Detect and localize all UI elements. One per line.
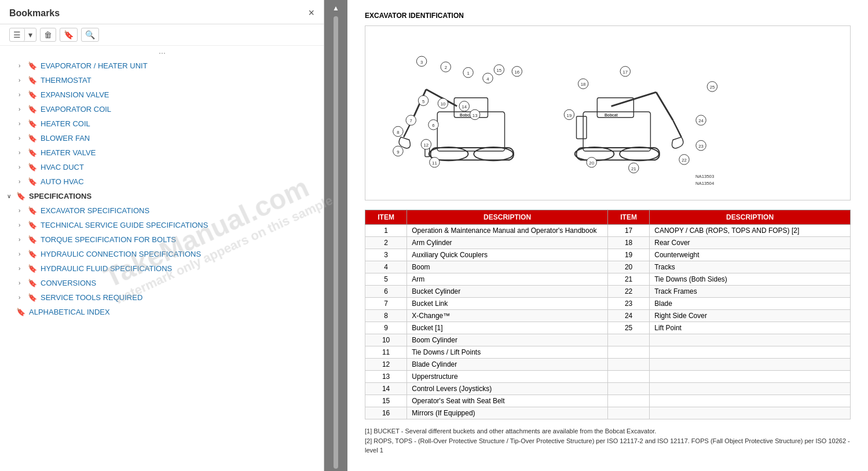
item-col-1: 12: [365, 359, 407, 371]
item-col-1: 6: [365, 286, 407, 298]
bookmark-item-heater-valve[interactable]: › 🔖 HEATER VALVE: [0, 145, 324, 160]
svg-text:4: 4: [486, 76, 489, 82]
bookmark-item-hvac-duct[interactable]: › 🔖 HVAC DUCT: [0, 160, 324, 174]
bookmark-icon: 🔖: [16, 308, 25, 316]
desc-col-2: Tie Downs (Both Sides): [650, 273, 851, 286]
table-row: 3 Auxiliary Quick Couplers 19 Counterwei…: [365, 249, 851, 261]
footnotes: [1] BUCKET - Several different buckets a…: [365, 426, 851, 455]
table-row: 9 Bucket [1] 25 Lift Point: [365, 322, 851, 334]
desc-col-1: Boom Cylinder: [407, 334, 608, 346]
expand-icon: ›: [19, 63, 28, 69]
bookmark-item-excavator-specs[interactable]: › 🔖 EXCAVATOR SPECIFICATIONS: [0, 203, 324, 218]
bookmark-item-evaporator-coil[interactable]: › 🔖 EVAPORATOR COIL: [0, 102, 324, 116]
desc-col-2: Rear Cover: [650, 237, 851, 249]
bookmark-item-hydraulic-fluid[interactable]: › 🔖 HYDRAULIC FLUID SPECIFICATIONS: [0, 261, 324, 276]
table-row: 11 Tie Downs / Lift Points: [365, 346, 851, 359]
item-col-2: 22: [607, 286, 649, 298]
item-col-2: [607, 383, 649, 395]
dropdown-arrow[interactable]: ▾: [25, 28, 36, 41]
bookmark-item-tech-service-guide[interactable]: › 🔖 TECHNICAL SERVICE GUIDE SPECIFICATIO…: [0, 218, 324, 232]
bookmark-item-hydraulic-connection[interactable]: › 🔖 HYDRAULIC CONNECTION SPECIFICATIONS: [0, 247, 324, 261]
view-button[interactable]: ☰: [10, 28, 25, 41]
bookmark-item-heater-coil[interactable]: › 🔖 HEATER COIL: [0, 116, 324, 131]
item-col-1: 10: [365, 334, 407, 346]
delete-button[interactable]: 🗑: [40, 28, 56, 42]
bookmark-item-service-tools[interactable]: › 🔖 SERVICE TOOLS REQUIRED: [0, 290, 324, 305]
expand-icon: ›: [19, 178, 28, 185]
table-row: 14 Control Levers (Joysticks): [365, 383, 851, 395]
scroll-up-indicator: ⋯: [159, 49, 166, 57]
desc-col-1: Control Levers (Joysticks): [407, 383, 608, 395]
table-row: 5 Arm 21 Tie Downs (Both Sides): [365, 273, 851, 286]
svg-text:2: 2: [445, 65, 447, 70]
desc-col-2: CANOPY / CAB (ROPS, TOPS AND FOPS) [2]: [650, 225, 851, 237]
bookmark-item-alphabetical-index[interactable]: 🔖 ALPHABETICAL INDEX: [0, 305, 324, 319]
bookmark-item-expansion-valve[interactable]: › 🔖 EXPANSION VALVE: [0, 87, 324, 102]
table-row: 12 Blade Cylinder: [365, 359, 851, 371]
svg-line-48: [656, 92, 673, 120]
bookmark-icon: 🔖: [28, 119, 37, 128]
bookmark-item-conversions[interactable]: › 🔖 CONVERSIONS: [0, 276, 324, 290]
expand-icon: ›: [19, 149, 28, 156]
svg-text:3: 3: [420, 60, 423, 65]
toolbar: ☰ ▾ 🗑 🔖 🔍: [0, 24, 324, 46]
item-col-2: [607, 407, 649, 419]
excavator-diagram: Bobcat 1 2 3 4 5 6 7 8 9 10 11 12: [370, 31, 729, 193]
expand-icon: ›: [19, 236, 28, 243]
svg-text:25: 25: [710, 85, 715, 90]
middle-scroll-panel: ▲: [324, 0, 347, 471]
item-col-2: 19: [607, 249, 649, 261]
bookmark-item-blower-fan[interactable]: › 🔖 BLOWER FAN: [0, 131, 324, 145]
desc-col-1: Blade Cylinder: [407, 359, 608, 371]
desc-col-2: Track Frames: [650, 286, 851, 298]
expand-icon: ›: [19, 135, 28, 141]
scroll-up-arrow[interactable]: ▲: [331, 2, 341, 14]
bookmark-item-auto-hvac[interactable]: › 🔖 AUTO HVAC: [0, 174, 324, 189]
desc-col-1: Tie Downs / Lift Points: [407, 346, 608, 359]
item-col-1: 8: [365, 310, 407, 322]
bookmark-icon: 🔖: [16, 192, 25, 200]
footnote-1: [1] BUCKET - Several different buckets a…: [365, 426, 851, 436]
bookmark-label: CONVERSIONS: [41, 279, 96, 287]
svg-point-44: [620, 147, 659, 160]
bookmark-icon: 🔖: [28, 177, 37, 186]
svg-text:24: 24: [698, 118, 704, 123]
diagram-container: Bobcat 1 2 3 4 5 6 7 8 9 10 11 12: [365, 25, 851, 200]
table-row: 15 Operator's Seat with Seat Belt: [365, 395, 851, 407]
add-bookmark-button[interactable]: 🔖: [60, 28, 78, 42]
expand-icon: ›: [19, 207, 28, 214]
svg-text:7: 7: [410, 118, 412, 123]
section-title: EXCAVATOR IDENTIFICATION: [365, 12, 851, 20]
bookmark-label: EVAPORATOR COIL: [41, 105, 111, 114]
table-row: 8 X-Change™ 24 Right Side Cover: [365, 310, 851, 322]
item-col-2: [607, 359, 649, 371]
item-col-2: [607, 346, 649, 359]
svg-text:23: 23: [698, 144, 704, 149]
bookmark-icon: 🔖: [28, 293, 37, 302]
bookmark-item-thermostat[interactable]: › 🔖 THERMOSTAT: [0, 73, 324, 87]
footnote-2: [2] ROPS, TOPS - (Roll-Over Protective S…: [365, 436, 851, 455]
bookmark-item-specifications[interactable]: ∨ 🔖 SPECIFICATIONS: [0, 189, 324, 203]
bookmark-item-torque-specs[interactable]: › 🔖 TORQUE SPECIFICATION FOR BOLTS: [0, 232, 324, 247]
bookmark-label: THERMOSTAT: [41, 76, 91, 85]
table-row: 6 Bucket Cylinder 22 Track Frames: [365, 286, 851, 298]
svg-rect-3: [431, 148, 514, 160]
item-col-2: 23: [607, 298, 649, 310]
bookmark-label: HEATER COIL: [41, 119, 90, 128]
svg-text:5: 5: [422, 99, 424, 104]
search-bookmark-button[interactable]: 🔍: [81, 28, 99, 42]
svg-text:20: 20: [589, 160, 594, 166]
desc-col-1: Operation & Maintenance Manual and Opera…: [407, 225, 608, 237]
item-col-2: [607, 334, 649, 346]
table-row: 13 Upperstructure: [365, 371, 851, 383]
desc-col-2: Right Side Cover: [650, 310, 851, 322]
svg-text:17: 17: [622, 70, 628, 75]
close-button[interactable]: ×: [308, 7, 314, 19]
bookmark-item-evaporator-heater[interactable]: › 🔖 EVAPORATOR / HEATER UNIT: [0, 59, 324, 73]
bookmark-label: EXCAVATOR SPECIFICATIONS: [41, 206, 149, 215]
item-col-1: 9: [365, 322, 407, 334]
desc-col-2: [650, 346, 851, 359]
table-row: 10 Boom Cylinder: [365, 334, 851, 346]
bookmark-label: TECHNICAL SERVICE GUIDE SPECIFICATIONS: [41, 221, 208, 229]
bookmarks-title: Bookmarks: [9, 8, 60, 19]
